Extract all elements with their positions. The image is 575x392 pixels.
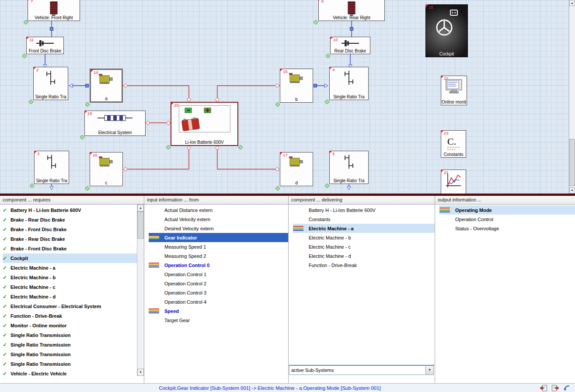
undo-icon[interactable] — [563, 385, 571, 392]
list-item[interactable]: Operation Control — [439, 215, 575, 224]
list-item[interactable]: Measuring Speed 2 — [149, 251, 288, 260]
block-a[interactable]: 14a — [90, 69, 123, 103]
list-item[interactable]: ✓Electric Machine - a — [3, 263, 137, 273]
item-label: Electrical Consumer - Electrical System — [10, 304, 101, 309]
block-single-ratio-tra[interactable]: 5Single Ratio Tra — [329, 151, 369, 184]
list-item[interactable]: Operating Mode — [439, 205, 575, 215]
list-item[interactable]: Electric Machine - d — [293, 251, 435, 260]
block-number: 22 — [444, 76, 449, 81]
block-b[interactable]: 15b — [280, 69, 313, 103]
chevron-down-icon[interactable]: ▼ — [425, 366, 433, 375]
list-item[interactable]: Operation Control 0 — [149, 260, 288, 270]
block-cockpit[interactable]: 18Cockpit — [425, 4, 468, 57]
list-item[interactable]: Target Gear — [149, 316, 288, 325]
list-item[interactable]: Electric Machine - c — [293, 242, 435, 251]
block-li-ion-batterie-600v[interactable]: 20Li-Ion Batterie 600V — [171, 102, 238, 146]
list-item[interactable]: ✓Single Ratio Transmission — [3, 340, 137, 350]
block-label: Single Ratio Tra — [330, 178, 368, 183]
block-vehicle-rear-right[interactable]: 6Vehicle: Rear Right — [318, 0, 385, 21]
canvas-vertical-scrollbar[interactable]: ▲ ▼ — [569, 0, 575, 194]
transmission-icon — [34, 70, 68, 86]
active-sub-systems-combobox[interactable]: active Sub-Systems ▼ — [289, 365, 434, 375]
list-item[interactable]: Operation Control 4 — [149, 297, 288, 306]
block-single-ratio-tra[interactable]: 4Single Ratio Tra — [329, 67, 369, 100]
list-item[interactable]: ✓Brake - Rear Disc Brake — [3, 234, 137, 244]
scroll-up-icon[interactable]: ▲ — [569, 0, 575, 6]
list-item[interactable]: ✓Single Ratio Transmission — [3, 330, 137, 340]
item-label: Electric Machine - b — [10, 275, 56, 280]
list-item[interactable]: Desired Velocity extern — [149, 224, 288, 233]
list-item[interactable]: Battery H - Li-Ion Batterie 600V — [293, 205, 435, 215]
inductor-icon — [85, 114, 145, 122]
list-item[interactable]: ✓Electric Machine - c — [3, 282, 137, 292]
import-connection-icon[interactable] — [540, 385, 547, 392]
scroll-up-icon[interactable]: ▲ — [137, 205, 144, 212]
list-item[interactable]: ✓Battery H - Li-Ion Batterie 600V — [3, 205, 137, 215]
block-rear-disc-brake[interactable]: 10Rear Disc Brake — [330, 37, 370, 54]
list-item[interactable]: ✓Electrical Consumer - Electrical System — [3, 302, 137, 311]
check-icon: ✓ — [3, 313, 10, 319]
export-connection-icon[interactable] — [551, 385, 559, 392]
list-item[interactable]: ✓Single Ratio Transmission — [3, 350, 137, 359]
list-item[interactable]: Actual Velocity extern — [149, 215, 288, 224]
list-item[interactable]: Constants — [293, 215, 435, 224]
check-icon: ✓ — [3, 236, 10, 242]
list-item[interactable]: ✓Vehicle - Electric Vehicle — [3, 369, 137, 376]
cockpit-icon — [426, 7, 467, 44]
list-item[interactable]: ✓Brake - Front Disc Brake — [3, 225, 137, 234]
scroll-down-icon[interactable]: ▼ — [569, 187, 575, 194]
block-number: 2 — [36, 67, 38, 72]
block-single-ratio-tra[interactable]: 2Single Ratio Tra — [33, 67, 68, 100]
scroll-thumb[interactable] — [137, 212, 144, 239]
list-item[interactable]: ✓Brake - Front Disc Brake — [3, 244, 137, 253]
list-item[interactable]: Electric Machine - a — [293, 224, 435, 233]
list-item[interactable]: ✓Brake - Rear Disc Brake — [3, 215, 137, 225]
item-label: Function - Drive-Break — [309, 263, 357, 268]
block-label: c — [91, 180, 122, 185]
list-item[interactable]: Operation Control 2 — [149, 279, 288, 288]
scroll-thumb[interactable] — [569, 139, 575, 186]
block-c[interactable]: 16c — [90, 152, 123, 186]
list-item[interactable]: ✓Electric Machine - b — [3, 273, 137, 282]
list-item[interactable]: Operation Control 1 — [149, 270, 288, 279]
item-label: Monitor - Online monitor — [10, 323, 66, 328]
scroll-down-icon[interactable]: ▼ — [137, 369, 144, 376]
signal-stripe-icon — [439, 208, 450, 212]
block-single-ratio-tra[interactable]: 3Single Ratio Tra — [34, 151, 69, 184]
list-item[interactable]: Electric Machine - b — [293, 233, 435, 242]
list-item[interactable]: ✓Electric Machine - d — [3, 292, 137, 302]
list-item[interactable]: Speed — [149, 306, 288, 316]
list-item[interactable]: Gear Indicator — [149, 233, 288, 242]
application-window: 7Vehicle: Front Right11Front Disc Brake2… — [0, 0, 575, 392]
signal-stripe-icon — [293, 226, 303, 231]
list-item[interactable]: ✓Cockpit — [3, 253, 137, 263]
list-item[interactable]: ✓Monitor - Online monitor — [3, 321, 137, 330]
block-front-disc-brake[interactable]: 11Front Disc Brake — [26, 37, 64, 54]
block-number: 16 — [93, 153, 98, 157]
signal-stripe-icon — [149, 263, 159, 267]
block-number: 11 — [29, 37, 34, 42]
block-n21[interactable]: 21 — [441, 170, 466, 194]
block-d[interactable]: 17d — [280, 152, 313, 186]
list-item[interactable]: Measuring Speed 1 — [149, 242, 288, 251]
block-constants[interactable]: 23C.Constants — [441, 130, 466, 158]
list-vertical-scrollbar[interactable]: ▲ ▼ — [137, 205, 144, 376]
schematic-canvas[interactable]: 7Vehicle: Front Right11Front Disc Brake2… — [0, 0, 575, 194]
list-item[interactable]: ✓Function - Drive-Break — [3, 311, 137, 321]
list-item[interactable]: Operation Control 3 — [149, 288, 288, 297]
block-label: d — [281, 180, 312, 185]
block-label: Vehicle: Rear Right — [319, 15, 384, 20]
block-electrical-system[interactable]: 19Electrical System — [84, 111, 146, 136]
item-label: Operation Control 4 — [164, 299, 206, 305]
column-component-requires: component ... requires ✓Battery H - Li-I… — [0, 196, 144, 383]
list-item[interactable]: ✓Single Ratio Transmission — [3, 359, 137, 369]
signal-stripe-icon — [149, 309, 159, 313]
block-vehicle-front-right[interactable]: 7Vehicle: Front Right — [28, 0, 80, 21]
column-header: component ... requires — [0, 196, 144, 205]
block-online-monitor[interactable]: 22Online monitor — [441, 76, 467, 105]
component-delivering-list: Battery H - Li-Ion Batterie 600VConstant… — [289, 205, 435, 365]
list-item[interactable]: Actual Distance extern — [149, 205, 288, 215]
list-item[interactable]: Function - Drive-Break — [293, 260, 435, 270]
item-label: Brake - Front Disc Brake — [10, 246, 66, 251]
list-item[interactable]: Status - Overvoltage — [439, 224, 575, 233]
